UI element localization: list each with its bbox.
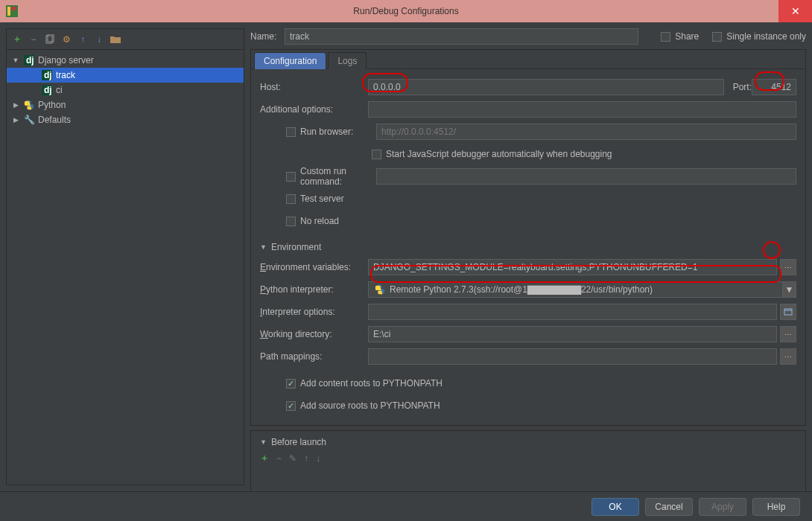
add-content-roots-checkbox[interactable]: Add content roots to PYTHONPATH xyxy=(286,378,443,389)
tree-node-ci[interactable]: dj ci xyxy=(7,83,244,98)
svg-text:dj: dj xyxy=(26,55,34,65)
collapse-icon: ▼ xyxy=(260,243,267,251)
django-icon: dj xyxy=(41,69,53,81)
window-title: Run/Debug Configurations xyxy=(353,6,458,16)
add-content-roots-label: Add content roots to PYTHONPATH xyxy=(300,378,443,389)
env-vars-input[interactable] xyxy=(368,259,777,275)
js-debugger-label: Start JavaScript debugger automatically … xyxy=(386,149,612,159)
single-instance-label: Single instance only xyxy=(726,31,806,42)
tree-label: Django server xyxy=(38,55,94,65)
custom-run-label: Custom run command: xyxy=(300,166,373,187)
bl-down-button[interactable]: ↓ xyxy=(316,453,320,464)
tree-node-python[interactable]: ▶ Python xyxy=(7,98,244,112)
add-source-roots-checkbox[interactable]: Add source roots to PYTHONPATH xyxy=(286,400,440,411)
bl-add-button[interactable]: ＋ xyxy=(260,452,269,464)
share-checkbox[interactable]: Share xyxy=(661,31,699,42)
host-input[interactable] xyxy=(368,79,724,95)
apply-button[interactable]: Apply xyxy=(699,498,746,516)
run-browser-label: Run browser: xyxy=(300,127,373,137)
env-vars-browse-button[interactable]: ⋯ xyxy=(780,259,796,275)
folder-icon[interactable] xyxy=(110,33,121,45)
addl-options-label: Additional options: xyxy=(260,104,368,115)
interp-opts-label: Interpreter options: xyxy=(260,307,368,317)
dialog-footer: OK Cancel Apply Help xyxy=(0,491,812,521)
name-label: Name: xyxy=(250,31,277,42)
before-launch-header[interactable]: ▼ Before launch xyxy=(260,437,796,447)
host-label: Host: xyxy=(260,82,368,92)
tree-label: track xyxy=(56,70,75,80)
environment-section-header[interactable]: ▼ Environment xyxy=(260,242,796,252)
no-reload-label: No reload xyxy=(300,216,339,226)
add-source-roots-label: Add source roots to PYTHONPATH xyxy=(300,400,440,411)
wrench-icon: 🔧 xyxy=(23,114,35,126)
before-launch-list[interactable] xyxy=(260,464,796,485)
cancel-button[interactable]: Cancel xyxy=(645,498,693,516)
before-launch-panel: ▼ Before launch ＋ − ✎ ↑ ↓ xyxy=(250,430,806,492)
interpreter-select[interactable]: Remote Python 2.7.3(ssh://root@1▇▇▇▇▇▇▇▇… xyxy=(368,281,796,298)
tree-toolbar: ＋ − ⚙ ↑ ↓ xyxy=(7,29,244,50)
app-icon xyxy=(6,5,18,17)
collapse-icon: ▼ xyxy=(260,438,267,446)
port-label: Port: xyxy=(733,82,752,92)
tab-logs[interactable]: Logs xyxy=(328,52,367,69)
svg-rect-1 xyxy=(7,7,10,16)
bl-remove-button[interactable]: − xyxy=(276,453,282,464)
config-tree[interactable]: ▼ dj Django server dj track dj ci ▶ Pyth… xyxy=(7,50,244,485)
path-map-browse-button[interactable]: ⋯ xyxy=(780,348,796,365)
path-map-input[interactable] xyxy=(368,348,777,365)
svg-rect-11 xyxy=(784,309,792,315)
bl-up-button[interactable]: ↑ xyxy=(304,453,308,464)
python-icon xyxy=(375,284,385,295)
config-tabs: Configuration Logs xyxy=(251,50,805,69)
browser-url-input[interactable] xyxy=(376,124,796,140)
django-icon: dj xyxy=(41,84,53,96)
custom-run-checkbox[interactable]: Custom run command: xyxy=(286,166,373,187)
tree-node-defaults[interactable]: ▶ 🔧 Defaults xyxy=(7,112,244,127)
settings-icon[interactable]: ⚙ xyxy=(60,33,72,45)
svg-text:dj: dj xyxy=(44,70,52,80)
name-input[interactable] xyxy=(285,28,638,45)
svg-text:dj: dj xyxy=(44,85,52,95)
interpreter-value: Remote Python 2.7.3(ssh://root@1▇▇▇▇▇▇▇▇… xyxy=(390,284,653,295)
custom-run-input[interactable] xyxy=(376,168,796,185)
environment-label: Environment xyxy=(271,242,321,252)
tree-label: Defaults xyxy=(38,115,71,125)
config-tree-pane: ＋ − ⚙ ↑ ↓ ▼ dj Django server dj track dj… xyxy=(6,28,244,485)
move-down-button[interactable]: ↓ xyxy=(93,33,105,45)
interpreter-label: Python interpreter: xyxy=(260,284,368,295)
addl-options-input[interactable] xyxy=(368,101,796,118)
workdir-input[interactable] xyxy=(368,326,777,342)
close-button[interactable]: ✕ xyxy=(778,0,812,22)
expand-icon[interactable]: ▶ xyxy=(11,101,20,109)
port-input[interactable] xyxy=(752,79,796,95)
window-titlebar: Run/Debug Configurations ✕ xyxy=(0,0,812,22)
tree-node-track[interactable]: dj track xyxy=(7,68,244,83)
ok-button[interactable]: OK xyxy=(591,498,639,516)
expand-icon[interactable]: ▼ xyxy=(11,57,20,64)
no-reload-checkbox[interactable]: No reload xyxy=(286,216,339,226)
bl-edit-button[interactable]: ✎ xyxy=(289,453,296,464)
expand-field-button[interactable] xyxy=(780,304,796,320)
move-up-button[interactable]: ↑ xyxy=(77,33,89,45)
run-browser-checkbox[interactable]: Run browser: xyxy=(286,127,373,137)
config-form-pane: Name: Share Single instance only Configu… xyxy=(250,28,806,485)
expand-icon[interactable]: ▶ xyxy=(11,116,20,124)
js-debugger-checkbox[interactable]: Start JavaScript debugger automatically … xyxy=(372,149,612,159)
tree-node-django-server[interactable]: ▼ dj Django server xyxy=(7,53,244,68)
chevron-down-icon: ▼ xyxy=(782,282,796,297)
add-config-button[interactable]: ＋ xyxy=(11,33,23,45)
tree-label: ci xyxy=(56,85,63,95)
help-button[interactable]: Help xyxy=(752,498,800,516)
single-instance-checkbox[interactable]: Single instance only xyxy=(712,31,806,42)
share-label: Share xyxy=(675,31,699,42)
tree-label: Python xyxy=(38,100,66,110)
tab-configuration[interactable]: Configuration xyxy=(254,52,326,69)
workdir-browse-button[interactable]: ⋯ xyxy=(780,326,796,342)
copy-config-button[interactable] xyxy=(44,33,56,45)
interp-opts-input[interactable] xyxy=(368,304,777,320)
path-map-label: Path mappings: xyxy=(260,351,368,362)
test-server-checkbox[interactable]: Test server xyxy=(286,194,344,204)
svg-rect-2 xyxy=(11,7,16,10)
before-launch-label: Before launch xyxy=(271,437,326,447)
remove-config-button[interactable]: − xyxy=(28,33,39,45)
